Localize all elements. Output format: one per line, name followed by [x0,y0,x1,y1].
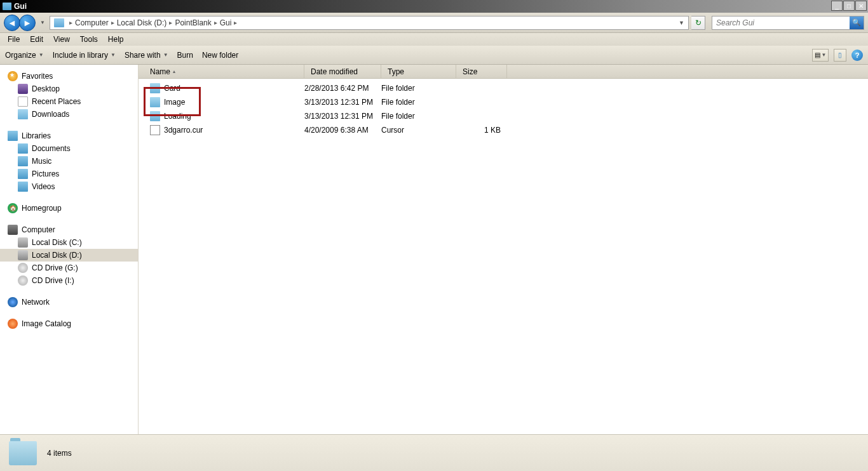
navigation-bar: ◄ ► ▼ ▸ Computer ▸ Local Disk (D:) ▸ Poi… [0,13,868,33]
organize-button[interactable]: Organize▼ [5,51,44,60]
search-button[interactable]: 🔍 [850,17,864,29]
sidebar-item-cd-drive-g[interactable]: CD Drive (G:) [0,262,138,274]
library-icon [18,169,28,179]
sidebar-item-recent-places[interactable]: Recent Places [0,95,138,108]
breadcrumb-segment[interactable]: Gui [220,18,232,27]
navigation-pane: Favorites Desktop Recent Places Download… [0,65,139,434]
library-icon [18,156,28,166]
burn-button[interactable]: Burn [177,51,193,60]
new-folder-button[interactable]: New folder [202,51,238,60]
file-name: 3dgarro.cur [164,126,203,135]
sidebar-item-pictures[interactable]: Pictures [0,168,138,180]
menu-file[interactable]: File [3,34,25,45]
file-type: File folder [381,98,456,107]
preview-pane-button[interactable]: ▯ [834,49,846,62]
breadcrumb-segment[interactable]: PointBlank [175,18,211,27]
chevron-right-icon[interactable]: ▸ [214,19,217,26]
sidebar-item-music[interactable]: Music [0,155,138,168]
disk-icon [18,250,28,260]
file-size: 1 KB [456,126,507,135]
cd-icon [18,263,28,273]
address-bar[interactable]: ▸ Computer ▸ Local Disk (D:) ▸ PointBlan… [50,16,689,30]
column-header-spacer [507,65,868,78]
chevron-right-icon[interactable]: ▸ [169,19,172,26]
file-list[interactable]: Card 2/28/2013 6:42 PM File folder Image… [139,79,868,434]
file-row[interactable]: Card 2/28/2013 6:42 PM File folder [139,81,868,95]
cd-icon [18,275,28,286]
chevron-right-icon[interactable]: ▸ [111,19,114,26]
desktop-icon [18,84,28,94]
sort-ascending-icon: ▴ [173,69,175,74]
file-row[interactable]: Loading 3/13/2013 12:31 PM File folder [139,109,868,123]
toolbar: Organize▼ Include in library▼ Share with… [0,46,868,65]
include-library-button[interactable]: Include in library▼ [53,51,116,60]
sidebar-image-catalog[interactable]: Image Catalog [0,317,138,330]
folder-icon [54,18,64,27]
column-header-date[interactable]: Date modified [304,65,381,78]
file-row[interactable]: Image 3/13/2013 12:31 PM File folder [139,95,868,109]
file-date: 4/20/2009 6:38 AM [304,126,381,135]
sidebar-item-desktop[interactable]: Desktop [0,83,138,95]
file-date: 3/13/2013 12:31 PM [304,112,381,121]
sidebar-item-documents[interactable]: Documents [0,142,138,155]
history-dropdown[interactable]: ▼ [38,15,47,31]
disk-icon [18,237,28,248]
file-type: Cursor [381,126,456,135]
file-name: Loading [164,112,191,121]
help-button[interactable]: ? [851,50,863,61]
search-box[interactable]: 🔍 [712,16,864,30]
file-name: Card [164,84,180,93]
file-name: Image [164,98,185,107]
folder-icon [150,111,160,121]
sidebar-favorites[interactable]: Favorites [0,70,138,83]
search-input[interactable] [712,18,850,27]
menu-tools[interactable]: Tools [75,34,103,45]
file-type: File folder [381,84,456,93]
maximize-button[interactable]: □ [843,1,855,11]
forward-button[interactable]: ► [19,15,36,31]
file-row[interactable]: 3dgarro.cur 4/20/2009 6:38 AM Cursor 1 K… [139,123,868,137]
close-button[interactable]: ✕ [855,1,867,11]
column-header-size[interactable]: Size [456,65,507,78]
file-type: File folder [381,112,456,121]
file-date: 3/13/2013 12:31 PM [304,98,381,107]
column-headers: Name▴ Date modified Type Size [139,65,868,79]
sidebar-item-local-disk-c[interactable]: Local Disk (C:) [0,236,138,249]
share-with-button[interactable]: Share with▼ [125,51,168,60]
menu-bar: File Edit View Tools Help [0,33,868,46]
menu-edit[interactable]: Edit [25,34,48,45]
chevron-right-icon[interactable]: ▸ [69,19,72,26]
folder-icon [3,3,11,10]
menu-help[interactable]: Help [103,34,129,45]
file-date: 2/28/2013 6:42 PM [304,84,381,93]
library-icon [18,143,28,154]
view-options-button[interactable]: ▤▼ [812,49,829,62]
sidebar-homegroup[interactable]: Homegroup [0,202,138,215]
breadcrumb-segment[interactable]: Computer [75,18,109,27]
sidebar-item-downloads[interactable]: Downloads [0,108,138,121]
folder-icon [150,83,160,93]
folder-large-icon [9,441,37,465]
breadcrumb-segment[interactable]: Local Disk (D:) [117,18,167,27]
sidebar-network[interactable]: Network [0,296,138,308]
window-title: Gui [14,2,27,11]
sidebar-item-cd-drive-i[interactable]: CD Drive (I:) [0,274,138,287]
page-icon [18,96,28,107]
column-header-name[interactable]: Name▴ [139,65,304,78]
address-dropdown[interactable]: ▼ [679,20,684,26]
library-icon [18,182,28,192]
refresh-button[interactable]: ↻ [691,16,705,30]
sidebar-computer[interactable]: Computer [0,223,138,236]
status-text: 4 items [47,449,72,458]
content-pane: Name▴ Date modified Type Size Card 2/28/… [139,65,868,434]
chevron-right-icon[interactable]: ▸ [234,19,237,26]
network-icon [8,297,18,307]
column-header-type[interactable]: Type [381,65,456,78]
libraries-icon [8,131,18,141]
sidebar-item-videos[interactable]: Videos [0,180,138,193]
back-button[interactable]: ◄ [4,15,20,31]
sidebar-libraries[interactable]: Libraries [0,129,138,142]
menu-view[interactable]: View [48,34,75,45]
sidebar-item-local-disk-d[interactable]: Local Disk (D:) [0,249,138,262]
minimize-button[interactable]: _ [831,1,843,11]
